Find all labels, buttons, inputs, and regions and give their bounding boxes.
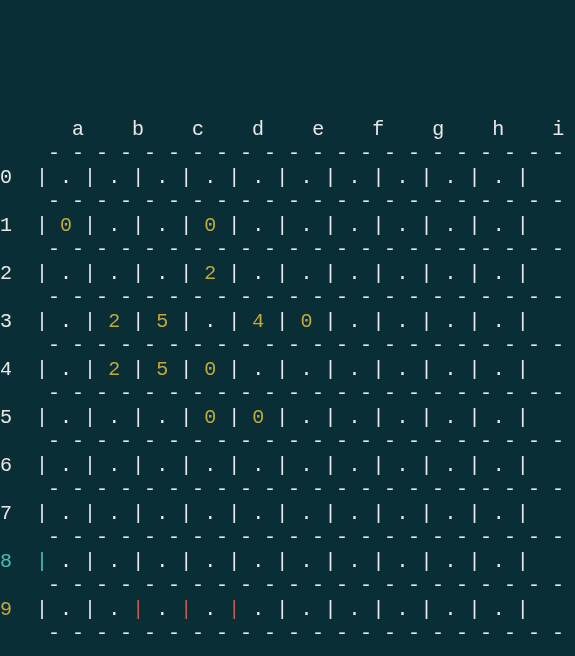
cell-c6[interactable]: . — [156, 454, 168, 477]
cell-d5[interactable]: 0 — [204, 406, 216, 429]
cell-i8[interactable]: . — [445, 550, 457, 573]
cell-f4[interactable]: . — [300, 358, 312, 381]
cell-i0[interactable]: . — [445, 166, 457, 189]
cell-d2[interactable]: 2 — [204, 262, 216, 285]
cell-g3[interactable]: . — [348, 310, 360, 333]
cell-f5[interactable]: . — [300, 406, 312, 429]
cell-g6[interactable]: . — [348, 454, 360, 477]
cell-c0[interactable]: . — [156, 166, 168, 189]
cell-e6[interactable]: . — [252, 454, 264, 477]
cell-j2[interactable]: . — [493, 262, 505, 285]
cell-f3[interactable]: 0 — [300, 310, 312, 333]
cell-d8[interactable]: . — [204, 550, 216, 573]
cell-a2[interactable]: . — [60, 262, 72, 285]
cell-h0[interactable]: . — [397, 166, 409, 189]
terminal[interactable]: { "cols": ["a","b","c","d","e","f","g","… — [0, 40, 575, 656]
cell-d0[interactable]: . — [204, 166, 216, 189]
cell-j7[interactable]: . — [493, 502, 505, 525]
cell-g5[interactable]: . — [348, 406, 360, 429]
cell-g2[interactable]: . — [348, 262, 360, 285]
cell-b4[interactable]: 2 — [108, 358, 120, 381]
cell-h5[interactable]: . — [397, 406, 409, 429]
cell-g8[interactable]: . — [348, 550, 360, 573]
cell-e5[interactable]: 0 — [252, 406, 264, 429]
cell-i9[interactable]: . — [445, 598, 457, 621]
cell-f9[interactable]: . — [300, 598, 312, 621]
cell-f1[interactable]: . — [300, 214, 312, 237]
cell-a4[interactable]: . — [60, 358, 72, 381]
cell-h9[interactable]: . — [397, 598, 409, 621]
cell-c4[interactable]: 5 — [156, 358, 168, 381]
cell-c5[interactable]: . — [156, 406, 168, 429]
cell-j0[interactable]: . — [493, 166, 505, 189]
cell-g4[interactable]: . — [348, 358, 360, 381]
cell-d7[interactable]: . — [204, 502, 216, 525]
cell-d6[interactable]: . — [204, 454, 216, 477]
cell-j9[interactable]: . — [493, 598, 505, 621]
cell-h8[interactable]: . — [397, 550, 409, 573]
cell-j4[interactable]: . — [493, 358, 505, 381]
cell-b3[interactable]: 2 — [108, 310, 120, 333]
cell-f2[interactable]: . — [300, 262, 312, 285]
cell-d4[interactable]: 0 — [204, 358, 216, 381]
cell-e2[interactable]: . — [252, 262, 264, 285]
cell-f6[interactable]: . — [300, 454, 312, 477]
cell-i3[interactable]: . — [445, 310, 457, 333]
cell-h7[interactable]: . — [397, 502, 409, 525]
cell-b2[interactable]: . — [108, 262, 120, 285]
cell-h1[interactable]: . — [397, 214, 409, 237]
cell-b9[interactable]: . — [108, 598, 120, 621]
cell-i1[interactable]: . — [445, 214, 457, 237]
cell-j1[interactable]: . — [493, 214, 505, 237]
cell-b0[interactable]: . — [108, 166, 120, 189]
cell-c3[interactable]: 5 — [156, 310, 168, 333]
cell-e9[interactable]: . — [252, 598, 264, 621]
cell-e3[interactable]: 4 — [252, 310, 264, 333]
cell-a6[interactable]: . — [60, 454, 72, 477]
cell-c2[interactable]: . — [156, 262, 168, 285]
cell-i2[interactable]: . — [445, 262, 457, 285]
cell-a0[interactable]: . — [60, 166, 72, 189]
cell-g0[interactable]: . — [348, 166, 360, 189]
cell-e4[interactable]: . — [252, 358, 264, 381]
cell-i5[interactable]: . — [445, 406, 457, 429]
cell-b8[interactable]: . — [108, 550, 120, 573]
cell-c7[interactable]: . — [156, 502, 168, 525]
cell-a5[interactable]: . — [60, 406, 72, 429]
cell-g7[interactable]: . — [348, 502, 360, 525]
cell-c1[interactable]: . — [156, 214, 168, 237]
cell-j5[interactable]: . — [493, 406, 505, 429]
cell-j3[interactable]: . — [493, 310, 505, 333]
cell-h6[interactable]: . — [397, 454, 409, 477]
cell-b1[interactable]: . — [108, 214, 120, 237]
cell-h3[interactable]: . — [397, 310, 409, 333]
cell-e8[interactable]: . — [252, 550, 264, 573]
cell-a9[interactable]: . — [60, 598, 72, 621]
cell-h2[interactable]: . — [397, 262, 409, 285]
cell-c9[interactable]: . — [156, 598, 168, 621]
cell-g9[interactable]: . — [348, 598, 360, 621]
cell-c8[interactable]: . — [156, 550, 168, 573]
cell-e7[interactable]: . — [252, 502, 264, 525]
cell-h4[interactable]: . — [397, 358, 409, 381]
cell-f8[interactable]: . — [300, 550, 312, 573]
cell-b6[interactable]: . — [108, 454, 120, 477]
cell-j6[interactable]: . — [493, 454, 505, 477]
cell-e0[interactable]: . — [252, 166, 264, 189]
cell-i6[interactable]: . — [445, 454, 457, 477]
cell-b7[interactable]: . — [108, 502, 120, 525]
cell-f7[interactable]: . — [300, 502, 312, 525]
cell-d3[interactable]: . — [204, 310, 216, 333]
cell-a3[interactable]: . — [60, 310, 72, 333]
cell-a1[interactable]: 0 — [60, 214, 72, 237]
cell-g1[interactable]: . — [348, 214, 360, 237]
cell-a8[interactable]: . — [60, 550, 72, 573]
cell-j8[interactable]: . — [493, 550, 505, 573]
cell-i7[interactable]: . — [445, 502, 457, 525]
cell-b5[interactable]: . — [108, 406, 120, 429]
cell-i4[interactable]: . — [445, 358, 457, 381]
cell-f0[interactable]: . — [300, 166, 312, 189]
cell-a7[interactable]: . — [60, 502, 72, 525]
cell-e1[interactable]: . — [252, 214, 264, 237]
cell-d9[interactable]: . — [204, 598, 216, 621]
